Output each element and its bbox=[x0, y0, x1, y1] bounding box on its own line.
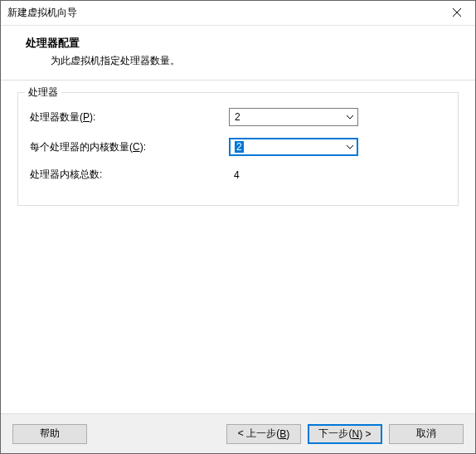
window-title: 新建虚拟机向导 bbox=[7, 6, 438, 20]
row-cores: 每个处理器的内核数量(C): 2 bbox=[30, 138, 446, 156]
row-processors: 处理器数量(P): 2 bbox=[30, 108, 446, 126]
combo-cores-value: 2 bbox=[235, 141, 244, 153]
wizard-window: 新建虚拟机向导 处理器配置 为此虚拟机指定处理器数量。 处理器 处理器数量(P)… bbox=[0, 0, 476, 454]
label-processors: 处理器数量(P): bbox=[30, 110, 229, 124]
chevron-down-icon bbox=[346, 143, 354, 151]
wizard-header: 处理器配置 为此虚拟机指定处理器数量。 bbox=[1, 26, 475, 81]
help-button[interactable]: 帮助 bbox=[12, 424, 87, 444]
header-title: 处理器配置 bbox=[26, 36, 459, 51]
close-button[interactable] bbox=[438, 1, 475, 25]
next-button[interactable]: 下一步(N) > bbox=[308, 424, 382, 444]
close-icon bbox=[453, 7, 461, 19]
combo-cores[interactable]: 2 bbox=[229, 138, 358, 156]
label-total-cores: 处理器内核总数: bbox=[30, 168, 229, 182]
processor-groupbox: 处理器 处理器数量(P): 2 每个处理器的内核数量(C): 2 bbox=[17, 92, 459, 206]
content-area: 处理器 处理器数量(P): 2 每个处理器的内核数量(C): 2 bbox=[1, 81, 475, 413]
combo-processors[interactable]: 2 bbox=[229, 108, 358, 126]
combo-processors-value: 2 bbox=[235, 111, 240, 123]
row-total-cores: 处理器内核总数: 4 bbox=[30, 168, 446, 182]
cancel-button[interactable]: 取消 bbox=[389, 424, 464, 444]
wizard-footer: 帮助 < 上一步(B) 下一步(N) > 取消 bbox=[1, 413, 475, 453]
back-button[interactable]: < 上一步(B) bbox=[226, 424, 301, 444]
label-cores: 每个处理器的内核数量(C): bbox=[30, 140, 229, 154]
header-description: 为此虚拟机指定处理器数量。 bbox=[26, 54, 459, 68]
titlebar: 新建虚拟机向导 bbox=[1, 1, 475, 26]
groupbox-legend: 处理器 bbox=[25, 85, 61, 100]
value-total-cores: 4 bbox=[229, 169, 240, 181]
chevron-down-icon bbox=[346, 113, 354, 121]
